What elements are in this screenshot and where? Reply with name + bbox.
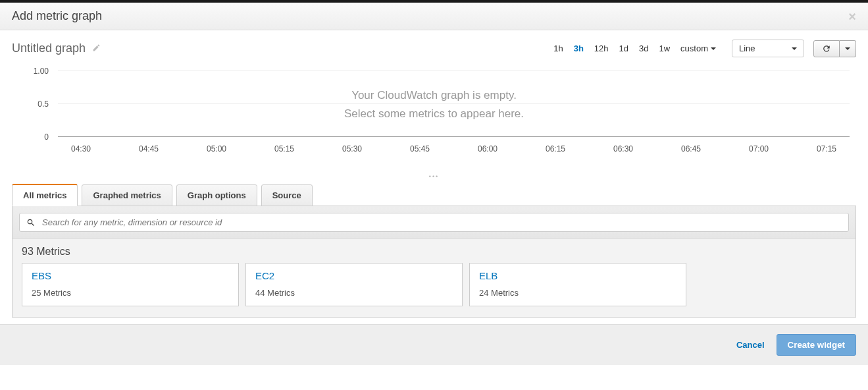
tab-source[interactable]: Source [261, 184, 313, 206]
time-range-12h[interactable]: 12h [589, 41, 614, 56]
tab-all-metrics[interactable]: All metrics [12, 184, 78, 206]
x-tick: 07:00 [736, 144, 782, 153]
x-tick: 05:00 [193, 144, 240, 153]
graph-type-select[interactable]: Line [732, 40, 804, 57]
close-icon[interactable]: × [848, 9, 856, 24]
resize-handle[interactable]: ••• [12, 172, 856, 184]
x-tick: 06:45 [668, 144, 714, 153]
card-sub: 24 Metrics [479, 288, 677, 298]
modal-header: Add metric graph × [0, 3, 868, 30]
card-title: ELB [479, 270, 677, 281]
x-tick: 05:45 [397, 144, 443, 153]
pencil-icon[interactable] [92, 43, 101, 54]
graph-name[interactable]: Untitled graph [12, 42, 86, 55]
caret-down-icon [792, 47, 797, 50]
y-tick: 0 [44, 132, 49, 142]
tab-graph-options[interactable]: Graph options [176, 184, 257, 206]
modal-title: Add metric graph [12, 9, 102, 22]
create-widget-button[interactable]: Create widget [777, 334, 856, 356]
refresh-button[interactable] [813, 40, 840, 57]
time-range-custom[interactable]: custom [675, 41, 721, 56]
empty-message-line2: Select some metrics to appear here. [12, 107, 856, 121]
metric-namespace-card-elb[interactable]: ELB 24 Metrics [469, 263, 686, 306]
chart-canvas: 1.00 0.5 0 Your CloudWatch graph is empt… [12, 64, 856, 169]
x-tick: 05:30 [329, 144, 375, 153]
time-range-3d[interactable]: 3d [634, 41, 653, 56]
card-sub: 25 Metrics [32, 288, 229, 298]
metric-namespace-card-ec2[interactable]: EC2 44 Metrics [245, 263, 463, 306]
card-sub: 44 Metrics [255, 288, 453, 298]
refresh-icon [822, 44, 831, 53]
y-tick: 1.00 [34, 67, 49, 76]
x-tick: 04:30 [58, 144, 104, 153]
time-range-1d[interactable]: 1d [614, 41, 634, 56]
metric-namespace-card-ebs[interactable]: EBS 25 Metrics [22, 263, 239, 306]
cancel-button[interactable]: Cancel [736, 340, 765, 350]
time-range-custom-label: custom [680, 43, 708, 53]
x-tick: 07:15 [804, 144, 850, 153]
search-icon [26, 218, 36, 227]
x-tick: 06:30 [600, 144, 646, 153]
time-range-1h[interactable]: 1h [548, 41, 568, 56]
search-input[interactable] [41, 217, 842, 228]
time-range-1w[interactable]: 1w [653, 41, 675, 56]
card-title: EBS [32, 270, 229, 281]
caret-down-icon [845, 47, 850, 50]
x-tick: 04:45 [126, 144, 172, 153]
graph-type-value: Line [739, 43, 755, 53]
x-tick: 06:15 [532, 144, 578, 153]
x-tick: 06:00 [465, 144, 511, 153]
time-range-3h[interactable]: 3h [569, 41, 589, 56]
metrics-heading: 93 Metrics [13, 239, 855, 263]
tab-graphed-metrics[interactable]: Graphed metrics [82, 184, 172, 206]
refresh-menu-button[interactable] [840, 40, 856, 57]
search-box[interactable] [19, 213, 849, 232]
time-range-selector: 1h 3h 12h 1d 3d 1w custom [548, 41, 721, 56]
caret-down-icon [711, 47, 716, 50]
x-tick: 05:15 [261, 144, 307, 153]
card-title: EC2 [255, 270, 453, 281]
empty-message-line1: Your CloudWatch graph is empty. [12, 89, 856, 102]
